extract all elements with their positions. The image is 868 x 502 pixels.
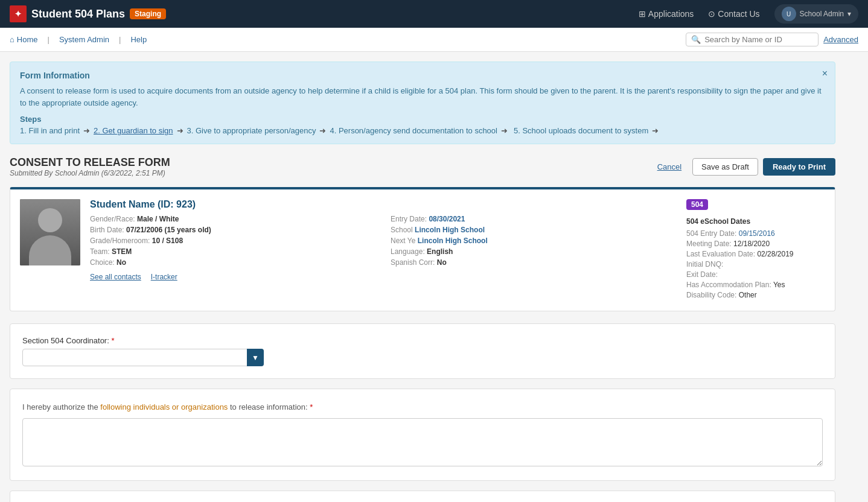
student-name: Student Name (ID: 923): [90, 199, 677, 210]
student-card-inner: Student Name (ID: 923) Gender/Race: Male…: [20, 199, 825, 301]
chevron-down-icon: ▾: [847, 10, 851, 18]
student-right-section: 504 eSchool Dates 504 Entry Date: 09/15/…: [686, 217, 825, 301]
student-card: Student Name (ID: 923) Gender/Race: Male…: [10, 187, 835, 311]
ready-to-print-button[interactable]: Ready to Print: [763, 158, 835, 176]
search-input[interactable]: [704, 35, 813, 44]
birth-date-row: Birth Date: 07/21/2006 (15 years old): [90, 226, 376, 234]
form-header: CONSENT TO RELEASE FORM Submitted By Sch…: [10, 156, 835, 177]
app-title: Student 504 Plans: [31, 8, 125, 21]
search-box: 🔍: [686, 33, 819, 46]
home-link[interactable]: ⌂ Home: [10, 35, 38, 44]
form-actions: Cancel Save as Draft Ready to Print: [651, 158, 835, 176]
choice-row: Choice: No: [90, 258, 376, 267]
badge-area: 504: [686, 199, 825, 210]
arrow-icon: ➜: [319, 126, 326, 135]
coordinator-section: Section 504 Coordinator: * ▼: [10, 323, 835, 379]
authorize-section: I hereby authorize the following individ…: [10, 389, 835, 481]
accommodation-row: Has Accommodation Plan: Yes: [686, 281, 825, 289]
help-circle-icon: ⊙: [708, 9, 715, 19]
arrow-icon: ➜: [177, 126, 183, 135]
contact-links: See all contacts I-tracker: [90, 273, 677, 281]
following-section: To the following individuals or organiza…: [10, 491, 835, 503]
submitted-date: (6/3/2022, 2:51 PM): [101, 169, 165, 177]
top-navigation: ✦ Student 504 Plans Staging ⊞ Applicatio…: [0, 0, 868, 28]
photo-head: [38, 208, 62, 232]
language-row: Language: English: [391, 247, 677, 256]
student-details: Gender/Race: Male / White Entry Date: 08…: [90, 215, 677, 267]
advanced-search-link[interactable]: Advanced: [823, 35, 858, 44]
separator: |: [48, 35, 49, 44]
save-draft-button[interactable]: Save as Draft: [692, 158, 758, 176]
info-banner: × Form Information A consent to release …: [10, 62, 835, 144]
student-photo: [20, 199, 80, 265]
required-indicator: *: [111, 336, 114, 345]
student-right-col: 504 504 eSchool Dates 504 Entry Date: 09…: [686, 199, 825, 301]
photo-placeholder: [20, 199, 80, 265]
avatar: U: [782, 7, 796, 21]
arrow-icon: ➜: [652, 126, 659, 135]
system-admin-link[interactable]: System Admin: [59, 35, 109, 44]
arrow-icon: ➜: [83, 126, 90, 135]
applications-link[interactable]: ⊞ Applications: [639, 9, 694, 19]
main-content: × Form Information A consent to release …: [0, 52, 845, 502]
home-icon: ⌂: [10, 35, 14, 44]
form-title: CONSENT TO RELEASE FORM: [10, 156, 651, 169]
grade-row: Grade/Homeroom: 10 / S108: [90, 237, 376, 245]
meeting-date-row: Meeting Date: 12/18/2020: [686, 240, 825, 248]
search-icon: 🔍: [691, 35, 701, 44]
right-section-title: 504 eSchool Dates: [686, 217, 825, 226]
spanish-corr-row: Spanish Corr: No: [391, 258, 677, 267]
form-title-block: CONSENT TO RELEASE FORM Submitted By Sch…: [10, 156, 651, 177]
coordinator-select-wrapper: ▼: [22, 349, 264, 366]
see-all-contacts-link[interactable]: See all contacts: [90, 273, 141, 281]
gender-race-row: Gender/Race: Male / White: [90, 215, 376, 223]
steps-label: Steps: [20, 115, 825, 124]
staging-badge: Staging: [130, 8, 166, 19]
last-eval-row: Last Evaluation Date: 02/28/2019: [686, 250, 825, 258]
arrow-icon: ➜: [501, 126, 508, 135]
next-year-row: Next Ye Lincoln High School: [391, 237, 677, 245]
step-4: 4. Person/agency send documentation to s…: [330, 126, 497, 135]
i-tracker-link[interactable]: I-tracker: [151, 273, 177, 281]
help-link[interactable]: Help: [130, 35, 147, 44]
nav-links: ⌂ Home | System Admin | Help: [10, 35, 147, 44]
authorize-label: I hereby authorize the following individ…: [22, 401, 823, 413]
student-info: Student Name (ID: 923) Gender/Race: Male…: [90, 199, 677, 301]
coordinator-label: Section 504 Coordinator: *: [22, 336, 823, 345]
team-row: Team: STEM: [90, 247, 376, 256]
coordinator-select[interactable]: [22, 349, 264, 366]
app-logo: ✦ Student 504 Plans Staging: [10, 5, 166, 22]
photo-body: [29, 235, 71, 265]
exit-date-row: Exit Date:: [686, 270, 825, 279]
info-banner-title: Form Information: [20, 71, 825, 80]
step-3: 3. Give to appropriate person/agency: [187, 126, 316, 135]
logo-icon: ✦: [10, 5, 27, 22]
step-5: 5. School uploads document to system: [514, 126, 648, 135]
info-banner-body: A consent to release form is used to acq…: [20, 85, 825, 109]
cancel-button[interactable]: Cancel: [651, 159, 688, 175]
entry-date-504-row: 504 Entry Date: 09/15/2016: [686, 229, 825, 238]
required-indicator: *: [310, 402, 313, 411]
badge-504: 504: [686, 199, 708, 210]
separator: |: [119, 35, 121, 44]
entry-date-row: Entry Date: 08/30/2021: [391, 215, 677, 223]
step-2-link[interactable]: 2. Get guardian to sign: [94, 126, 173, 135]
school-row: School Lincoln High School: [391, 226, 677, 234]
secondary-navigation: ⌂ Home | System Admin | Help 🔍 Advanced: [0, 28, 868, 52]
user-menu[interactable]: U School Admin ▾: [774, 4, 858, 24]
form-submitted: Submitted By School Admin (6/3/2022, 2:5…: [10, 169, 651, 177]
initial-dnq-row: Initial DNQ:: [686, 260, 825, 268]
disability-code-row: Disability Code: Other: [686, 291, 825, 299]
contact-link[interactable]: ⊙ Contact Us: [708, 9, 759, 19]
submitted-user: School Admin: [55, 169, 100, 177]
step-1: 1. Fill in and print: [20, 126, 80, 135]
top-nav-links: ⊞ Applications ⊙ Contact Us U School Adm…: [639, 4, 858, 24]
close-button[interactable]: ×: [822, 68, 828, 79]
grid-icon: ⊞: [639, 9, 646, 19]
steps-row: 1. Fill in and print ➜ 2. Get guardian t…: [20, 126, 825, 135]
authorize-textarea[interactable]: [22, 418, 823, 466]
user-name: School Admin: [800, 10, 844, 18]
